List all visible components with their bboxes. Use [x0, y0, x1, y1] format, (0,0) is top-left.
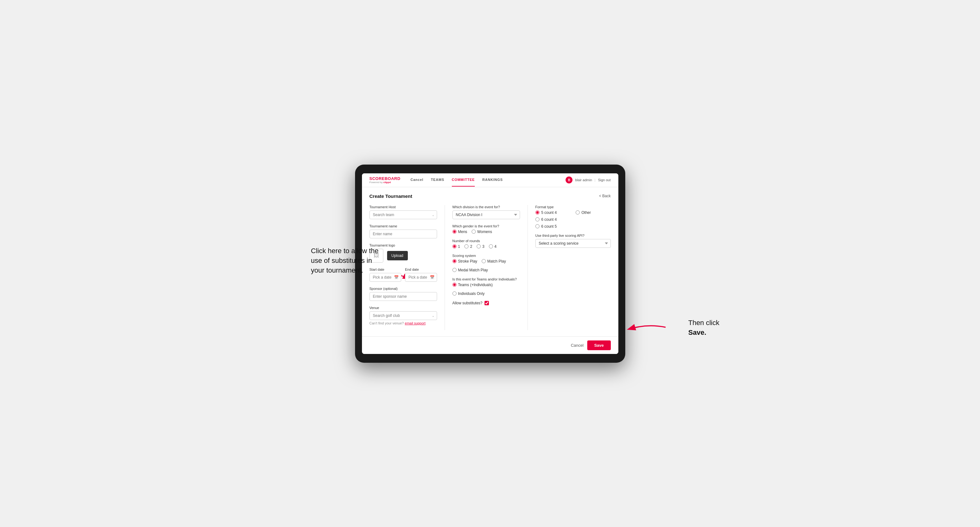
cancel-button[interactable]: Cancel	[571, 343, 584, 348]
format-6count4-option[interactable]: 6 count 4	[535, 217, 571, 222]
tournament-name-section: Tournament name	[369, 224, 437, 238]
venue-note: Can't find your venue? email support	[369, 321, 437, 325]
format-5count4-radio[interactable]	[535, 210, 539, 214]
start-date-wrap: 📅	[369, 273, 402, 282]
rounds-section: Number of rounds 1 2	[452, 239, 520, 249]
tournament-name-input[interactable]	[369, 230, 437, 238]
stroke-play-label: Stroke Play	[458, 259, 477, 264]
app-screen: SCOREBOARD Powered by clippd Cancel TEAM…	[362, 173, 618, 354]
rounds-1-option[interactable]: 1	[452, 244, 460, 249]
format-6count5-option[interactable]: 6 count 5	[535, 224, 571, 229]
form-grid: Tournament Host ⌄ Tournament name Tourna	[369, 205, 611, 330]
individuals-only-label: Individuals Only	[458, 292, 485, 296]
rounds-4-label: 4	[495, 244, 497, 249]
sign-out-link[interactable]: Sign out	[598, 178, 611, 182]
tournament-host-input[interactable]	[369, 210, 437, 219]
gender-womens-option[interactable]: Womens	[472, 230, 492, 234]
format-other-label: Other	[582, 210, 591, 215]
scoring-system-section: Scoring system Stroke Play Match Play	[452, 254, 520, 272]
format-type-section: Format type 5 count 4 Other	[535, 205, 611, 229]
rounds-2-label: 2	[470, 244, 472, 249]
scoring-api-label: Use third-party live scoring API?	[535, 234, 611, 237]
division-select[interactable]: NCAA Division I NCAA Division II NCAA Di…	[452, 210, 520, 219]
rounds-2-option[interactable]: 2	[465, 244, 472, 249]
match-play-label: Match Play	[487, 259, 506, 264]
allow-substitutes-label[interactable]: Allow substitutes?	[452, 301, 520, 305]
allow-substitutes-text: Allow substitutes?	[452, 301, 483, 305]
format-6count5-radio[interactable]	[535, 224, 539, 228]
nav-link-rankings[interactable]: RANKINGS	[482, 173, 503, 187]
medal-match-play-label: Medal Match Play	[458, 268, 488, 272]
gender-mens-label: Mens	[458, 230, 467, 234]
venue-dropdown-icon: ⌄	[432, 313, 434, 317]
rounds-2-radio[interactable]	[465, 244, 468, 248]
format-options-grid: 5 count 4 Other 6 count 4	[535, 210, 611, 229]
gender-mens-option[interactable]: Mens	[452, 230, 467, 234]
match-play-option[interactable]: Match Play	[482, 259, 506, 264]
rounds-4-radio[interactable]	[489, 244, 493, 248]
nav-link-tournaments[interactable]: Cancel	[410, 173, 423, 187]
page-header: Create Tournament Back	[369, 194, 611, 199]
gender-label: Which gender is the event for?	[452, 224, 520, 228]
rounds-3-radio[interactable]	[477, 244, 481, 248]
email-support-link[interactable]: email support	[405, 321, 425, 325]
teams-individuals-option[interactable]: Teams (+Individuals)	[452, 283, 493, 287]
tablet-frame: SCOREBOARD Powered by clippd Cancel TEAM…	[355, 165, 625, 363]
gender-womens-radio[interactable]	[472, 230, 476, 234]
format-type-label: Format type	[535, 205, 611, 209]
nav-link-committee[interactable]: COMMITTEE	[452, 173, 475, 187]
tournament-name-label: Tournament name	[369, 224, 437, 228]
nav-logo: SCOREBOARD Powered by clippd	[369, 176, 401, 184]
stroke-play-option[interactable]: Stroke Play	[452, 259, 477, 264]
sponsor-input[interactable]	[369, 292, 437, 301]
back-link[interactable]: Back	[599, 194, 611, 198]
format-other-option[interactable]: Other	[576, 210, 611, 215]
scoring-api-select[interactable]: Select a scoring service Service A Servi…	[535, 239, 611, 248]
allow-substitutes-checkbox[interactable]	[485, 301, 489, 305]
format-other-radio[interactable]	[576, 210, 580, 214]
rounds-4-option[interactable]: 4	[489, 244, 497, 249]
venue-input[interactable]	[369, 311, 437, 320]
rounds-radio-group: 1 2 3	[452, 244, 520, 249]
teams-individuals-radio-group: Teams (+Individuals) Individuals Only	[452, 283, 520, 296]
format-6count4-radio[interactable]	[535, 217, 539, 221]
format-5count4-option[interactable]: 5 count 4	[535, 210, 571, 215]
individuals-only-option[interactable]: Individuals Only	[452, 292, 485, 296]
teams-individuals-label: Is this event for Teams and/or Individua…	[452, 277, 520, 281]
gender-womens-label: Womens	[477, 230, 492, 234]
end-date-label: End date	[405, 268, 437, 271]
form-col-1: Tournament Host ⌄ Tournament name Tourna	[369, 205, 445, 330]
rounds-1-radio[interactable]	[452, 244, 457, 248]
save-button[interactable]: Save	[587, 340, 611, 350]
match-play-radio[interactable]	[482, 259, 486, 263]
nav-link-teams[interactable]: TEAMS	[431, 173, 444, 187]
sponsor-section: Sponsor (optional)	[369, 287, 437, 301]
stroke-play-radio[interactable]	[452, 259, 457, 263]
medal-match-play-option[interactable]: Medal Match Play	[452, 268, 488, 272]
scoring-system-label: Scoring system	[452, 254, 520, 257]
arrow-right-icon	[625, 319, 669, 335]
calendar-end-icon: 📅	[430, 275, 434, 279]
gender-section: Which gender is the event for? Mens Wome…	[452, 224, 520, 234]
teams-individuals-radio[interactable]	[452, 283, 457, 287]
teams-individuals-radio-label: Teams (+Individuals)	[458, 283, 493, 287]
upload-button[interactable]: Upload	[387, 251, 408, 260]
bottom-bar: Cancel Save	[362, 337, 618, 354]
avatar: B	[566, 176, 573, 183]
rounds-3-option[interactable]: 3	[477, 244, 485, 249]
annotation-left: Click here to allow the use of substitut…	[311, 246, 380, 275]
scoring-system-radio-group: Stroke Play Match Play Medal Match Play	[452, 259, 520, 272]
gender-radio-group: Mens Womens	[452, 230, 520, 234]
powered-by-text: Powered by clippd	[369, 181, 401, 184]
individuals-only-radio[interactable]	[452, 292, 457, 295]
tournament-host-label: Tournament Host	[369, 205, 437, 209]
gender-mens-radio[interactable]	[452, 230, 457, 234]
annotation-right: Then click Save.	[688, 318, 719, 338]
search-icon: ⌄	[432, 213, 434, 217]
rounds-3-label: 3	[482, 244, 485, 249]
rounds-label: Number of rounds	[452, 239, 520, 243]
format-6count5-label: 6 count 5	[541, 224, 557, 229]
medal-match-play-radio[interactable]	[452, 268, 457, 272]
form-col-3: Format type 5 count 4 Other	[535, 205, 611, 330]
nav-user: B blair admin | Sign out	[566, 176, 611, 183]
